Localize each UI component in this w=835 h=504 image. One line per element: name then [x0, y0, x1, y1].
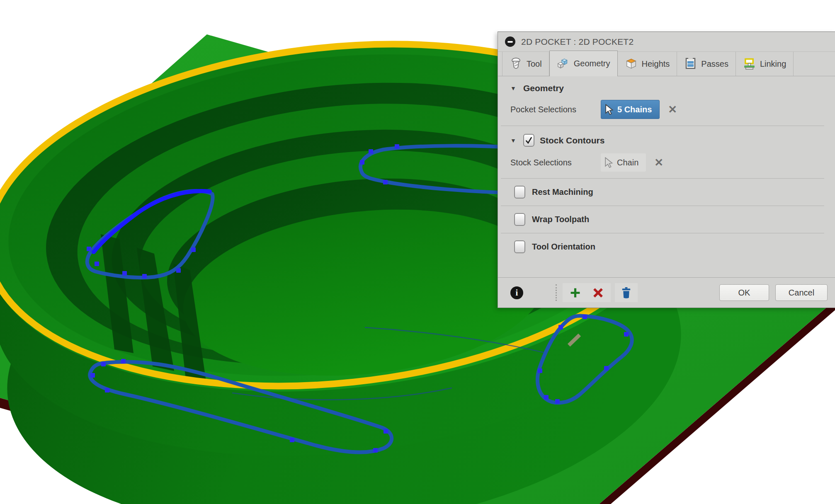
stock-contours-checkbox[interactable]: [523, 134, 534, 147]
tab-linking[interactable]: Linking: [736, 52, 794, 76]
tab-tool[interactable]: Tool: [502, 52, 549, 76]
2d-pocket-dialog: 2D POCKET : 2D POCKET2 Tool: [498, 32, 835, 308]
wrap-toolpath-row: Wrap Toolpath: [498, 207, 835, 232]
heights-icon: [625, 57, 638, 70]
passes-icon: [684, 57, 697, 70]
pocket-selections-clear-icon[interactable]: ✕: [668, 104, 677, 115]
app-window: 2D POCKET : 2D POCKET2 Tool: [0, 0, 835, 504]
pocket-selections-row: Pocket Selections 5 Chains ✕: [498, 97, 835, 125]
linking-icon: [743, 57, 756, 70]
stock-selections-clear-icon[interactable]: ✕: [654, 157, 663, 168]
tab-heights[interactable]: Heights: [618, 52, 677, 76]
ok-button-label: OK: [738, 288, 750, 298]
info-glyph: i: [516, 288, 518, 298]
stock-selections-label: Stock Selections: [510, 158, 601, 167]
rest-machining-checkbox[interactable]: [514, 186, 525, 199]
stock-contours-title: Stock Contours: [540, 136, 604, 145]
pocket-selections-count: 5 Chains: [617, 105, 652, 114]
wrap-toolpath-label: Wrap Toolpath: [532, 215, 589, 224]
tab-geometry[interactable]: Geometry: [549, 51, 618, 76]
trash-icon[interactable]: [621, 287, 632, 299]
divider: [501, 206, 824, 206]
geometry-section-header[interactable]: ▼ Geometry: [498, 76, 835, 97]
dialog-footer: i OK: [498, 277, 835, 308]
collapse-icon[interactable]: [505, 36, 515, 47]
geometry-icon: [557, 57, 570, 70]
pocket-selections-label: Pocket Selections: [510, 105, 601, 114]
stock-selections-button[interactable]: Chain: [601, 153, 646, 172]
drag-grip[interactable]: [556, 284, 557, 301]
add-selection-icon[interactable]: [570, 287, 581, 299]
tool-orientation-label: Tool Orientation: [532, 242, 595, 252]
tab-bar: Tool Geometry: [498, 52, 835, 76]
stock-selections-row: Stock Selections Chain ✕: [498, 150, 835, 177]
cursor-icon: [605, 104, 614, 115]
checkmark-icon: [524, 136, 533, 145]
divider: [501, 233, 824, 233]
remove-selection-icon[interactable]: [592, 287, 604, 299]
cancel-button-label: Cancel: [789, 288, 814, 298]
divider: [501, 178, 824, 179]
stock-contours-header[interactable]: ▼ Stock Contours: [498, 127, 835, 150]
wrap-toolpath-checkbox[interactable]: [514, 213, 525, 226]
tool-orientation-row: Tool Orientation: [498, 234, 835, 259]
tool-icon: [510, 57, 522, 70]
divider: [501, 126, 824, 126]
tab-passes-label: Passes: [701, 59, 728, 69]
tab-heights-label: Heights: [642, 59, 670, 69]
pocket-selections-button[interactable]: 5 Chains: [601, 100, 660, 119]
stock-selections-count: Chain: [617, 158, 638, 167]
cancel-button[interactable]: Cancel: [775, 284, 828, 301]
tab-geometry-label: Geometry: [574, 59, 610, 68]
delete-group: [615, 283, 638, 302]
tab-tool-label: Tool: [527, 59, 542, 69]
collapse-triangle-icon[interactable]: ▼: [510, 85, 518, 92]
tab-passes[interactable]: Passes: [677, 52, 736, 76]
tab-linking-label: Linking: [760, 59, 786, 69]
cursor-icon: [604, 157, 613, 168]
info-icon[interactable]: i: [510, 286, 523, 299]
dialog-title: 2D POCKET : 2D POCKET2: [521, 37, 634, 47]
tool-orientation-checkbox[interactable]: [514, 240, 525, 253]
collapse-triangle-icon[interactable]: ▼: [510, 137, 518, 144]
rest-machining-label: Rest Machining: [532, 187, 593, 197]
dialog-header[interactable]: 2D POCKET : 2D POCKET2: [498, 32, 835, 52]
ok-button[interactable]: OK: [719, 284, 769, 301]
rest-machining-row: Rest Machining: [498, 179, 835, 205]
geometry-section-title: Geometry: [523, 83, 564, 93]
selection-tools-group: [563, 283, 611, 302]
